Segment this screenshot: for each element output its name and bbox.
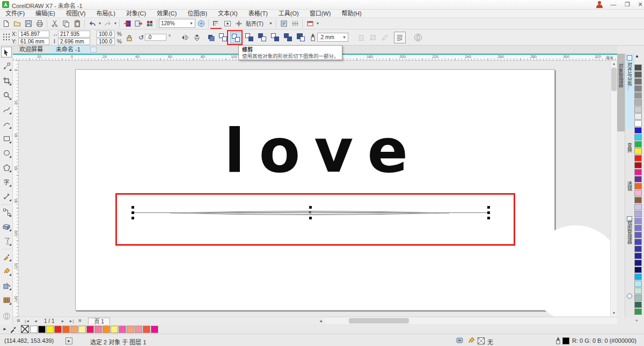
menu-edit[interactable]: 编辑(E) [30, 10, 61, 18]
dimension-tool[interactable] [1, 191, 12, 202]
palette-swatch[interactable] [634, 64, 642, 71]
alignment-guides-button[interactable] [289, 18, 301, 29]
y-position-field[interactable]: 61.06 mm [18, 38, 49, 45]
paste-button[interactable] [71, 18, 83, 29]
palette-swatch[interactable] [86, 326, 94, 333]
export-button[interactable] [133, 18, 144, 29]
docker-tab-align-distribute[interactable]: 对齐与分布... [625, 54, 634, 129]
drawing-canvas[interactable]: love × [19, 61, 610, 316]
shape-tool[interactable] [1, 61, 12, 71]
vertical-scrollbar[interactable]: ▲ ▼ [610, 61, 617, 316]
palette-swatch[interactable] [634, 274, 642, 280]
options-button[interactable] [278, 18, 289, 29]
zoom-level-combobox[interactable]: 128%▼ [159, 19, 195, 28]
cut-button[interactable] [49, 18, 60, 29]
toolbox-customize-button[interactable] [1, 311, 12, 321]
palette-swatch[interactable] [111, 326, 118, 333]
docker-tab-lens[interactable]: 透镜 [625, 173, 634, 206]
palette-flyout-arrow[interactable]: ► [0, 327, 10, 332]
eyedropper-tool[interactable] [1, 251, 12, 262]
palette-swatch[interactable] [119, 326, 126, 333]
palette-swatch[interactable] [634, 190, 642, 196]
palette-swatch[interactable] [634, 162, 642, 168]
palette-swatch[interactable] [634, 85, 642, 92]
polygon-tool[interactable] [1, 162, 12, 173]
palette-swatch[interactable] [62, 326, 70, 333]
outline-color-swatch[interactable] [562, 337, 569, 344]
vertical-scroll-thumb[interactable] [611, 68, 617, 91]
palette-flyout-arrow[interactable]: » [635, 318, 638, 323]
scroll-up-arrow[interactable]: ▲ [611, 61, 617, 67]
lock-ratio-button[interactable] [123, 32, 135, 43]
no-color-swatch[interactable] [21, 325, 29, 333]
transparency-tool[interactable] [1, 235, 12, 246]
page-1-tab[interactable]: 页 1 [88, 318, 109, 325]
selection-handle[interactable] [309, 206, 312, 209]
add-page-button-2[interactable]: ⊞ [76, 318, 83, 324]
menu-file[interactable]: 文件(F) [0, 10, 30, 18]
snap-to-dropdown[interactable]: 贴齐(T)▼ [244, 19, 274, 28]
undo-dropdown-arrow[interactable]: ▼ [98, 21, 102, 25]
rotation-angle-field[interactable]: .0 [145, 34, 166, 41]
palette-scroll-up-arrow[interactable]: ▲ [635, 54, 643, 63]
palette-swatch[interactable] [634, 155, 642, 161]
menu-effects[interactable]: 效果(C) [151, 10, 182, 18]
first-page-button[interactable]: |◄ [24, 318, 31, 324]
palette-swatch[interactable] [634, 218, 642, 224]
undo-button[interactable] [86, 18, 98, 29]
palette-swatch[interactable] [634, 267, 642, 273]
mirror-vertical-button[interactable] [191, 32, 203, 43]
palette-swatch[interactable] [634, 281, 642, 287]
object-width-field[interactable]: 217.935 mm [58, 31, 90, 38]
selection-handle[interactable] [487, 217, 490, 219]
text-tool[interactable]: 字 [1, 176, 12, 187]
palette-swatch[interactable] [634, 92, 642, 99]
selection-handle[interactable] [131, 217, 134, 219]
palette-swatch[interactable] [634, 106, 642, 113]
palette-swatch[interactable] [634, 225, 642, 231]
palette-swatch[interactable] [70, 326, 78, 333]
palette-swatch[interactable] [46, 326, 54, 333]
restore-button[interactable]: ❐ [621, 1, 633, 9]
canvas-text-love[interactable]: love [224, 121, 422, 181]
palette-swatch[interactable] [634, 295, 642, 301]
palette-swatch[interactable] [634, 232, 642, 238]
color-eyedropper-icon[interactable] [10, 326, 17, 333]
palette-swatch[interactable] [634, 204, 642, 210]
show-page-border-button[interactable] [210, 18, 222, 29]
back-minus-front-button[interactable] [283, 32, 295, 43]
minimize-button[interactable]: — [608, 1, 619, 9]
ellipse-tool[interactable] [1, 148, 12, 158]
crosshair-button[interactable] [233, 18, 244, 29]
palette-swatch[interactable] [634, 176, 642, 182]
menu-window[interactable]: 窗口(W) [304, 10, 336, 18]
convert-outline-button[interactable] [412, 32, 424, 43]
palette-swatch[interactable] [103, 326, 110, 333]
pick-tool[interactable] [1, 47, 12, 57]
fullscreen-preview-button[interactable] [195, 18, 207, 29]
palette-swatch[interactable] [634, 246, 642, 252]
palette-swatch[interactable] [38, 326, 46, 333]
zoom-tool[interactable] [1, 90, 12, 100]
palette-swatch[interactable] [94, 326, 102, 333]
scale-x-field[interactable]: 100.0 [97, 31, 115, 38]
two-point-line-tool[interactable] [1, 119, 12, 129]
outline-width-combobox[interactable]: .2 mm▼ [317, 33, 348, 42]
selection-handle[interactable] [131, 211, 134, 214]
scroll-down-arrow[interactable]: ▼ [611, 310, 617, 316]
menu-view[interactable]: 视图(V) [61, 10, 91, 18]
selection-center-x-marker[interactable]: × [309, 210, 311, 215]
play-details-icon[interactable]: ► [65, 337, 72, 344]
crop-tool[interactable] [1, 75, 12, 86]
intersect-button[interactable] [244, 32, 256, 43]
palette-swatch[interactable] [634, 78, 642, 85]
add-page-button[interactable]: ⊞ [15, 318, 22, 324]
palette-swatch[interactable] [135, 326, 142, 333]
simplify-button[interactable] [257, 32, 269, 43]
preview-mode-button[interactable] [222, 18, 233, 29]
close-button[interactable]: ✕ [634, 1, 644, 9]
palette-swatch[interactable] [634, 308, 642, 315]
selection-handle[interactable] [309, 217, 312, 219]
save-button[interactable] [23, 18, 34, 29]
fill-color-icon[interactable] [468, 337, 475, 344]
